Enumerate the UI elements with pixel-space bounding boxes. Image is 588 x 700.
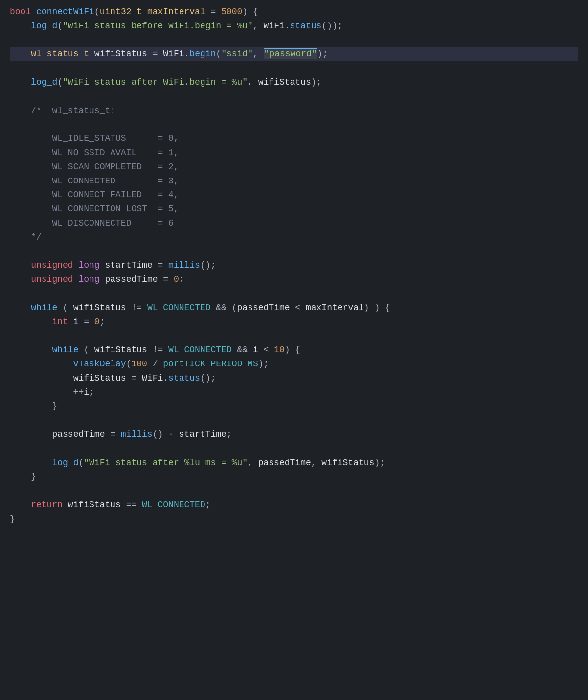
code-line-27: wifiStatus = WiFi.status();	[10, 371, 578, 385]
code-line-6: log_d("WiFi status after WiFi.begin = %u…	[10, 75, 578, 90]
code-line-30	[10, 413, 578, 428]
code-line-18	[10, 245, 578, 259]
code-line-29: }	[10, 399, 578, 413]
code-line-20: unsigned long passedTime = 0;	[10, 272, 578, 287]
code-line-4: wl_status_t wifiStatus = WiFi.begin("ssi…	[10, 47, 578, 61]
code-line-5	[10, 61, 578, 75]
code-line-2: log_d("WiFi status before WiFi.begin = %…	[10, 19, 578, 33]
code-line-17: */	[10, 230, 578, 245]
code-line-16: WL_DISCONNECTED = 6	[10, 216, 578, 230]
code-line-21	[10, 287, 578, 301]
code-line-35	[10, 484, 578, 498]
code-line-7	[10, 90, 578, 104]
code-line-34: }	[10, 470, 578, 484]
code-line-9	[10, 117, 578, 132]
code-line-26: vTaskDelay(100 / portTICK_PERIOD_MS);	[10, 357, 578, 371]
code-line-32	[10, 442, 578, 456]
code-line-14: WL_CONNECT_FAILED = 4,	[10, 188, 578, 202]
code-line-3	[10, 33, 578, 47]
code-line-15: WL_CONNECTION_LOST = 5,	[10, 202, 578, 216]
code-line-37: }	[10, 512, 578, 526]
code-line-1: bool connectWiFi(uint32_t maxInterval = …	[10, 5, 578, 19]
code-line-25: while ( wifiStatus != WL_CONNECTED && i …	[10, 343, 578, 357]
code-line-22: while ( wifiStatus != WL_CONNECTED && (p…	[10, 301, 578, 315]
code-line-13: WL_CONNECTED = 3,	[10, 174, 578, 188]
code-line-23: int i = 0;	[10, 315, 578, 329]
code-line-33: log_d("WiFi status after %lu ms = %u", p…	[10, 456, 578, 470]
code-line-24	[10, 329, 578, 343]
code-line-19: unsigned long startTime = millis();	[10, 258, 578, 272]
code-editor: bool connectWiFi(uint32_t maxInterval = …	[0, 0, 588, 700]
code-line-10: WL_IDLE_STATUS = 0,	[10, 132, 578, 146]
code-line-11: WL_NO_SSID_AVAIL = 1,	[10, 146, 578, 160]
code-line-36: return wifiStatus == WL_CONNECTED;	[10, 498, 578, 512]
code-line-28: ++i;	[10, 385, 578, 400]
code-line-12: WL_SCAN_COMPLETED = 2,	[10, 160, 578, 174]
code-line-31: passedTime = millis() - startTime;	[10, 428, 578, 442]
code-line-8: /* wl_status_t:	[10, 104, 578, 118]
